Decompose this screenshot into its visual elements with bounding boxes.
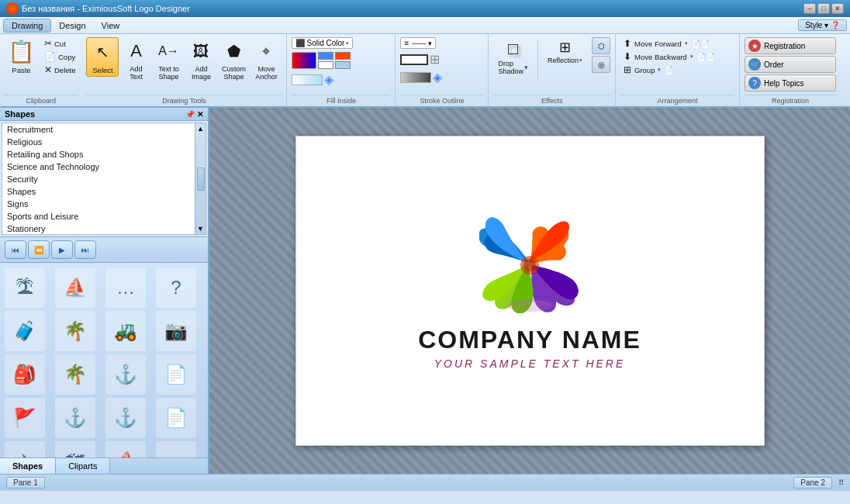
- shape-grid-item-boat2[interactable]: ⛵: [105, 441, 146, 457]
- player-play-button[interactable]: ▶: [51, 240, 73, 259]
- clipboard-group: 📋 Paste ✂ Cut 📄 Copy ✕ Delete Clipboard: [0, 34, 81, 106]
- arrangement-group: ⬆ Move Forward ▾ 📄📄 ⬇ Move Backward ▾ 📄📄…: [616, 34, 740, 106]
- delete-button[interactable]: ✕ Delete: [41, 64, 78, 76]
- shape-grid-item-vehicle[interactable]: 🚜: [105, 311, 146, 351]
- paste-button[interactable]: 📋 Paste: [3, 37, 40, 93]
- opacity-slider[interactable]: ◈: [324, 72, 333, 87]
- add-text-button[interactable]: A AddText: [120, 37, 151, 82]
- effects-label: Effects: [493, 95, 610, 105]
- scroll-down-arrow[interactable]: ▼: [197, 225, 204, 233]
- copy-button[interactable]: 📄 Copy: [41, 50, 78, 63]
- player-first-button[interactable]: ⏮: [5, 240, 26, 259]
- status-grip-icon[interactable]: ⠿: [838, 478, 844, 487]
- shape-grid-item-question[interactable]: ?: [156, 268, 196, 308]
- close-button[interactable]: ✕: [831, 3, 844, 14]
- custom-shape-button[interactable]: ⬟ CustomShape: [218, 37, 249, 82]
- scroll-thumb[interactable]: [197, 167, 205, 191]
- help-icon: ?: [748, 77, 761, 89]
- bottom-tabs: Shapes Cliparts: [0, 457, 208, 474]
- shape-grid-item-doc[interactable]: 📄: [156, 354, 196, 395]
- registration-label: Registration: [745, 95, 836, 105]
- effects-extra-btn2[interactable]: ◎: [592, 56, 610, 73]
- select-button[interactable]: ↖ Select: [86, 37, 119, 77]
- status-bar: Pane 1 Pane 2 ⠿: [0, 474, 850, 491]
- company-tagline: YOUR SAMPLE TEXT HERE: [434, 357, 626, 370]
- drop-shadow-label: DropShadow: [498, 60, 523, 75]
- shape-grid-item-dots[interactable]: …: [105, 268, 146, 308]
- shape-grid-item-flag[interactable]: 🚩: [5, 398, 45, 438]
- shape-grid-item-backpack[interactable]: 🎒: [5, 354, 45, 395]
- shape-grid-item-plane[interactable]: ✈: [5, 441, 45, 457]
- panel-pin-icon[interactable]: 📌: [185, 110, 195, 119]
- solid-color-selector[interactable]: ⬛ Solid Color ▾: [292, 37, 353, 49]
- registration-button[interactable]: ★ Registration: [745, 37, 836, 54]
- shape-grid-item-doc2[interactable]: 📄: [156, 398, 196, 438]
- text-to-shape-button[interactable]: A→ Text toShape: [153, 37, 184, 82]
- move-backward-button[interactable]: ⬇ Move Backward ▾ 📄📄: [620, 50, 718, 63]
- shapes-list-item[interactable]: Science and Technology: [2, 161, 195, 173]
- stroke-color-selector[interactable]: ≡ —— ▾: [400, 37, 435, 49]
- shapes-list-item[interactable]: Shapes: [2, 185, 195, 198]
- style-button[interactable]: Style ▾ ❓: [798, 19, 847, 31]
- shapes-list-item[interactable]: Security: [2, 173, 195, 185]
- company-name: COMPANY NAME: [418, 326, 641, 354]
- drop-shadow-button[interactable]: □ DropShadow ▾: [493, 37, 533, 77]
- shape-grid-item-anchor3[interactable]: ⚓: [105, 398, 146, 438]
- order-button[interactable]: 🛒 Order: [745, 56, 836, 73]
- add-image-button[interactable]: 🖼 AddImage: [185, 37, 216, 82]
- shape-grid-item-map[interactable]: 🗺: [55, 441, 95, 457]
- menu-bar: Drawing Design View Style ▾ ❓: [0, 17, 850, 34]
- shape-grid-item-camera[interactable]: 📷: [156, 311, 196, 351]
- minimize-button[interactable]: –: [803, 3, 816, 14]
- shape-grid-item-island[interactable]: 🏝: [5, 268, 45, 308]
- shapes-list-item[interactable]: Religious: [2, 136, 195, 148]
- title-bar-title: Без названия - EximiousSoft Logo Designe…: [22, 4, 190, 13]
- effects-extra-btn1[interactable]: ⬡: [592, 37, 610, 54]
- left-panel: Shapes 📌 ✕ RecruitmentReligiousRetailing…: [0, 108, 209, 474]
- fill-inside-group: ⬛ Solid Color ▾: [287, 34, 396, 106]
- menu-drawing[interactable]: Drawing: [3, 19, 51, 33]
- shape-grid-item-luggage[interactable]: 🧳: [5, 311, 45, 351]
- title-bar-left: Без названия - EximiousSoft Logo Designe…: [6, 2, 190, 15]
- player-prev-button[interactable]: ⏪: [28, 240, 50, 259]
- cut-button[interactable]: ✂ Cut: [41, 37, 78, 50]
- drawing-tools-group: ↖ Select A AddText A→ Text toShape 🖼 Add…: [81, 34, 287, 106]
- shape-grid-item-car[interactable]: 🚗: [156, 441, 196, 457]
- menu-design[interactable]: Design: [51, 19, 93, 32]
- stroke-opacity-slider[interactable]: ◈: [433, 70, 442, 85]
- tab-shapes[interactable]: Shapes: [0, 458, 56, 474]
- group-button[interactable]: ⊞ Group ▾ 📄: [620, 64, 676, 76]
- shapes-grid: 🏝⛵…?🧳🌴🚜📷🎒🌴⚓📄🚩⚓⚓📄✈🗺⛵🚗⛺🎒🌴📷: [0, 263, 208, 457]
- shape-grid-item-palm[interactable]: 🌴: [55, 311, 95, 351]
- player-last-button[interactable]: ⏭: [74, 240, 96, 259]
- tab-cliparts[interactable]: Cliparts: [56, 458, 110, 474]
- panel-header: Shapes 📌 ✕: [0, 108, 208, 121]
- shape-grid-item-anchor2[interactable]: ⚓: [55, 398, 95, 438]
- reflection-button[interactable]: ⊞ Reflection ▾: [543, 37, 587, 66]
- move-anchor-button[interactable]: ⌖ MoveAnchor: [251, 37, 282, 82]
- shape-grid-item-palm2[interactable]: 🌴: [55, 354, 95, 395]
- menu-view[interactable]: View: [94, 19, 128, 32]
- order-icon: 🛒: [748, 58, 761, 71]
- stroke-options[interactable]: ⊞: [430, 52, 440, 67]
- title-bar-controls[interactable]: – □ ✕: [803, 3, 844, 14]
- pane2-button[interactable]: Pane 2: [793, 477, 832, 488]
- shape-grid-item-sailboat[interactable]: ⛵: [55, 268, 95, 308]
- help-topics-button[interactable]: ? Help Topics: [745, 74, 836, 91]
- shapes-list-item[interactable]: Stationery: [2, 223, 195, 234]
- shapes-list-item[interactable]: Signs: [2, 198, 195, 210]
- effects-group: □ DropShadow ▾ ⊞ Reflection ▾ ⬡ ◎ Effect…: [489, 34, 616, 106]
- canvas-area[interactable]: COMPANY NAME YOUR SAMPLE TEXT HERE: [209, 108, 850, 474]
- pane1-button[interactable]: Pane 1: [6, 477, 45, 488]
- panel-close-icon[interactable]: ✕: [197, 110, 203, 119]
- registration-icon: ★: [748, 40, 761, 52]
- shape-grid-item-anchor[interactable]: ⚓: [105, 354, 146, 395]
- list-scrollbar[interactable]: ▲ ▼: [195, 123, 206, 234]
- scroll-up-arrow[interactable]: ▲: [197, 125, 204, 133]
- maximize-button[interactable]: □: [817, 3, 830, 14]
- move-forward-button[interactable]: ⬆ Move Forward ▾ 📄📄: [620, 37, 713, 50]
- ribbon: 📋 Paste ✂ Cut 📄 Copy ✕ Delete Clipboard: [0, 34, 850, 108]
- shapes-list-item[interactable]: Sports and Leisure: [2, 210, 195, 223]
- shapes-list-item[interactable]: Recruitment: [2, 123, 195, 136]
- shapes-list-item[interactable]: Retailing and Shops: [2, 148, 195, 161]
